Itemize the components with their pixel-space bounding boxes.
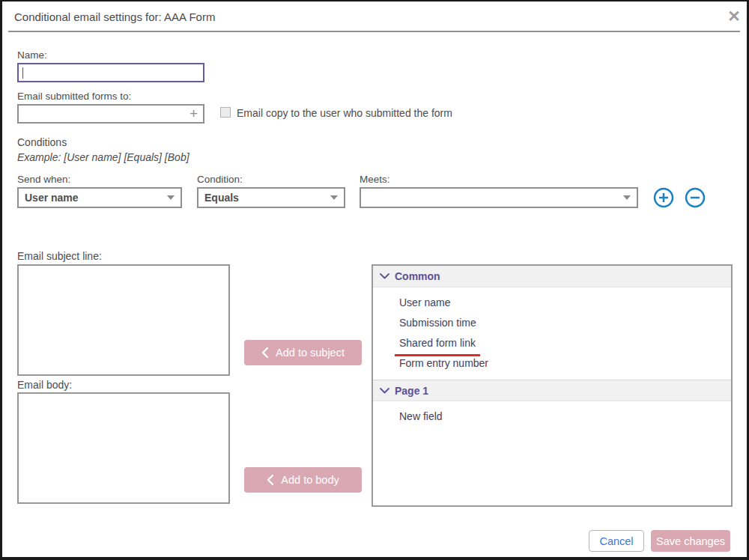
section-label-page-1: Page 1 <box>395 385 428 397</box>
add-to-body-button[interactable]: Add to body <box>244 467 362 493</box>
chevron-left-icon <box>267 475 273 485</box>
common-items: User name Submission time Shared form li… <box>373 287 731 374</box>
dropdown-arrow-icon <box>330 195 338 200</box>
name-input[interactable] <box>17 63 204 82</box>
name-label: Name: <box>17 49 47 61</box>
conditions-heading: Conditions <box>17 136 67 148</box>
email-to-label: Email submitted forms to: <box>17 91 131 102</box>
body-textarea[interactable] <box>17 392 230 504</box>
conditions-example: Example: [User name] [Equals] [Bob] <box>17 151 189 163</box>
dialog-title: Conditional email settings for: AAA Form <box>14 10 215 23</box>
save-changes-button[interactable]: Save changes <box>651 530 730 552</box>
field-item-user-name[interactable]: User name <box>373 293 731 313</box>
field-list-panel: Common User name Submission time Shared … <box>372 264 733 507</box>
remove-condition-button[interactable] <box>685 187 706 208</box>
meets-dropdown[interactable] <box>360 187 638 208</box>
cancel-button[interactable]: Cancel <box>589 530 644 552</box>
subject-label: Email subject line: <box>17 250 102 262</box>
field-item-label: Form entry number <box>399 357 488 369</box>
conditional-email-settings-dialog: Conditional email settings for: AAA Form… <box>0 0 749 560</box>
add-to-subject-label: Add to subject <box>276 347 345 359</box>
field-item-form-entry-number[interactable]: Form entry number <box>373 353 731 374</box>
email-to-input[interactable]: + <box>17 104 204 124</box>
send-when-label: Send when: <box>17 174 70 185</box>
field-item-new-field[interactable]: New field <box>373 407 731 427</box>
section-header-page-1[interactable]: Page 1 <box>373 380 731 401</box>
condition-dropdown[interactable]: Equals <box>197 187 345 208</box>
field-item-label: User name <box>399 296 450 308</box>
chevron-left-icon <box>261 347 268 358</box>
add-to-subject-button[interactable]: Add to subject <box>244 340 362 365</box>
send-when-value: User name <box>25 192 167 204</box>
field-item-label: New field <box>399 410 443 422</box>
field-item-shared-form-link[interactable]: Shared form link <box>373 333 731 353</box>
dropdown-arrow-icon <box>623 195 631 200</box>
add-to-body-label: Add to body <box>281 474 339 486</box>
dropdown-arrow-icon <box>167 195 175 200</box>
email-copy-checkbox-label: Email copy to the user who submitted the… <box>237 107 452 119</box>
field-item-submission-time[interactable]: Submission time <box>373 313 731 333</box>
page-1-items: New field <box>373 401 731 427</box>
chevron-down-icon <box>380 273 389 279</box>
condition-label: Condition: <box>197 174 243 185</box>
send-when-dropdown[interactable]: User name <box>17 187 182 208</box>
field-item-label: Submission time <box>399 317 476 329</box>
close-icon[interactable]: ✕ <box>724 6 745 27</box>
subject-textarea[interactable] <box>17 264 230 376</box>
minus-circle-icon <box>685 187 706 208</box>
plus-circle-icon <box>653 187 674 208</box>
email-copy-checkbox[interactable] <box>220 107 231 118</box>
text-caret <box>22 67 23 79</box>
chevron-down-icon <box>380 388 389 394</box>
section-label-common: Common <box>395 270 440 282</box>
meets-label: Meets: <box>360 174 390 185</box>
title-divider <box>8 31 740 32</box>
add-recipient-icon[interactable]: + <box>189 106 198 122</box>
condition-value: Equals <box>204 192 330 204</box>
add-condition-button[interactable] <box>653 187 674 208</box>
body-label: Email body: <box>17 379 72 391</box>
section-header-common[interactable]: Common <box>373 266 731 287</box>
